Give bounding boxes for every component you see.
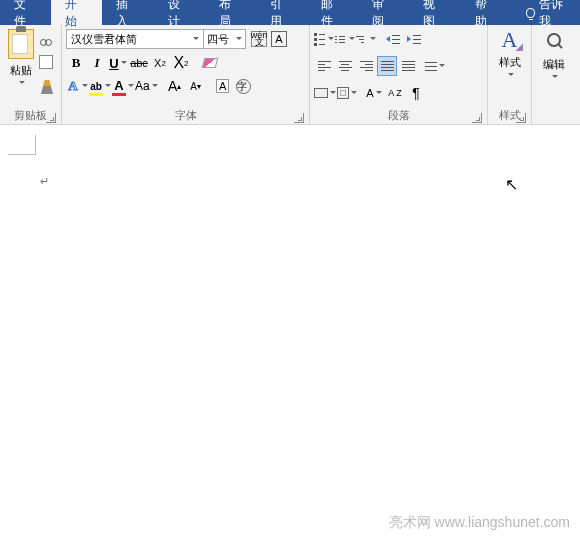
font-launcher[interactable] <box>294 113 304 123</box>
align-center-button[interactable] <box>335 56 355 76</box>
phonetic-icon: wén文 <box>251 31 267 47</box>
tab-review[interactable]: 审阅 <box>358 0 409 25</box>
chevron-down-icon <box>193 36 199 42</box>
scissors-icon <box>40 32 54 46</box>
borders-icon <box>337 87 349 99</box>
watermark: 亮术网 www.liangshunet.com <box>389 514 570 532</box>
group-editing: 编辑 <box>532 25 576 124</box>
styles-icon: A <box>502 27 518 53</box>
bulb-icon <box>526 8 536 18</box>
copy-icon <box>41 57 53 69</box>
borders-button[interactable] <box>337 83 357 103</box>
chevron-down-icon <box>105 83 111 89</box>
tell-me[interactable]: 告诉我 <box>512 0 580 25</box>
tab-layout[interactable]: 布局 <box>205 0 256 25</box>
eraser-icon <box>202 58 219 68</box>
chevron-down-icon <box>328 36 334 42</box>
group-styles: A样式 样式 <box>488 25 532 124</box>
tab-insert[interactable]: 插入 <box>102 0 153 25</box>
multilevel-button[interactable] <box>356 29 376 49</box>
char-border-button[interactable]: A <box>269 29 289 49</box>
strikethrough-button[interactable]: abc <box>129 53 149 73</box>
chevron-down-icon <box>82 83 88 89</box>
grow-font-button[interactable]: A▴ <box>165 76 185 96</box>
numbering-button[interactable] <box>335 29 355 49</box>
tab-mailings[interactable]: 邮件 <box>307 0 358 25</box>
increase-indent-button[interactable] <box>404 29 424 49</box>
align-justify-icon <box>381 61 394 71</box>
tab-help[interactable]: 帮助 <box>461 0 512 25</box>
mouse-cursor: ↖ <box>505 175 518 194</box>
align-left-button[interactable] <box>314 56 334 76</box>
chevron-down-icon <box>370 36 376 42</box>
paragraph-group-label: 段落 <box>388 109 410 121</box>
clipboard-icon <box>8 29 34 59</box>
clipboard-launcher[interactable] <box>46 113 56 123</box>
highlight-button[interactable]: ab <box>89 76 111 96</box>
align-left-icon <box>318 61 331 71</box>
superscript-button[interactable]: X2 <box>171 53 191 73</box>
chevron-down-icon <box>236 36 242 42</box>
paste-button[interactable]: 粘贴 <box>4 27 37 86</box>
tab-file[interactable]: 文件 <box>0 0 51 25</box>
chevron-down-icon <box>128 83 134 89</box>
change-case-button[interactable]: Aa <box>135 76 158 96</box>
font-name-combo[interactable]: 汉仪雪君体简 <box>66 29 204 49</box>
phonetic-button[interactable]: wén文 <box>249 29 269 49</box>
numbering-icon <box>335 36 347 43</box>
line-spacing-icon <box>425 60 437 72</box>
font-color-button[interactable]: A <box>112 76 134 96</box>
align-right-icon <box>360 61 373 71</box>
char-shading-button[interactable]: A <box>213 76 233 96</box>
align-distributed-button[interactable] <box>398 56 418 76</box>
document-area[interactable]: ↵ <box>0 125 580 540</box>
find-button[interactable]: 编辑 <box>536 27 572 80</box>
chevron-down-icon <box>19 80 25 86</box>
underline-button[interactable]: U <box>108 53 128 73</box>
multilevel-icon <box>356 36 368 43</box>
paragraph-launcher[interactable] <box>472 113 482 123</box>
decrease-indent-button[interactable] <box>383 29 403 49</box>
enclose-char-button[interactable]: 字 <box>234 76 254 96</box>
tab-home[interactable]: 开始 <box>51 0 102 25</box>
clear-format-button[interactable] <box>200 53 220 73</box>
align-justify-button[interactable] <box>377 56 397 76</box>
outdent-icon <box>386 33 400 45</box>
search-icon <box>547 33 561 47</box>
italic-button[interactable]: I <box>87 53 107 73</box>
tab-view[interactable]: 视图 <box>409 0 460 25</box>
sort-button[interactable]: A Z <box>385 83 405 103</box>
shrink-font-button[interactable]: A▾ <box>186 76 206 96</box>
chevron-down-icon <box>152 83 158 89</box>
clipboard-group-label: 剪贴板 <box>14 109 47 121</box>
copy-button[interactable] <box>37 53 57 73</box>
chevron-down-icon <box>439 63 445 69</box>
show-marks-button[interactable]: ¶ <box>406 83 426 103</box>
chevron-down-icon <box>330 90 336 96</box>
bold-button[interactable]: B <box>66 53 86 73</box>
chevron-down-icon <box>121 60 127 66</box>
font-size-combo[interactable]: 四号 <box>204 29 246 49</box>
tab-design[interactable]: 设计 <box>154 0 205 25</box>
format-painter-button[interactable] <box>37 77 57 97</box>
shading-button[interactable] <box>314 83 336 103</box>
chevron-down-icon <box>376 90 382 96</box>
text-direction-button[interactable]: A <box>364 83 384 103</box>
line-spacing-button[interactable] <box>425 56 445 76</box>
brush-icon <box>41 80 53 94</box>
ribbon: 粘贴 剪贴板 汉仪雪君体简 四号 wén文 A B I U abc <box>0 25 580 125</box>
ribbon-tabs: 文件 开始 插入 设计 布局 引用 邮件 审阅 视图 帮助 告诉我 <box>0 0 580 25</box>
shading-icon <box>314 88 328 98</box>
chevron-down-icon <box>552 74 558 80</box>
chevron-down-icon <box>349 36 355 42</box>
subscript-button[interactable]: X2 <box>150 53 170 73</box>
align-right-button[interactable] <box>356 56 376 76</box>
text-effects-button[interactable]: A <box>66 76 88 96</box>
cut-button[interactable] <box>37 29 57 49</box>
styles-launcher[interactable] <box>516 113 526 123</box>
page-corner-mark <box>8 135 36 155</box>
tab-references[interactable]: 引用 <box>256 0 307 25</box>
group-paragraph: A A Z ¶ 段落 <box>310 25 488 124</box>
bullets-button[interactable] <box>314 29 334 49</box>
styles-button[interactable]: A样式 <box>492 27 527 78</box>
